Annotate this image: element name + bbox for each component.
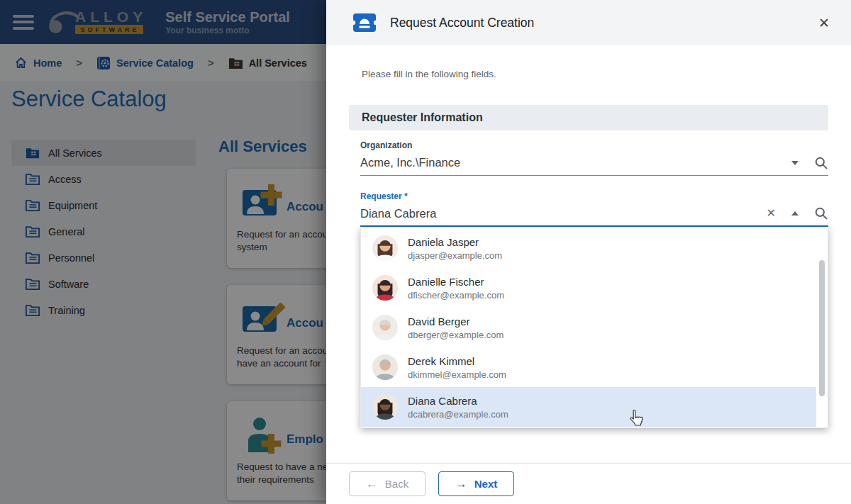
dropdown-item-diana-cabrera[interactable]: Diana Cabrera dcabrera@example.com [361, 387, 816, 427]
avatar [372, 393, 399, 420]
requester-field: Requester * Diana Cabrera ✕ [360, 191, 828, 227]
person-email: djasper@example.com [408, 250, 502, 262]
screen: ALLOY SOFTWARE Self Service Portal Your … [0, 0, 851, 504]
dropdown-item-daniela-jasper[interactable]: Daniela Jasper djasper@example.com [361, 228, 816, 268]
next-button-label: Next [474, 478, 498, 490]
search-icon [814, 206, 828, 220]
chevron-up-icon[interactable] [791, 211, 799, 215]
search-icon [814, 156, 828, 170]
person-name: Daniela Jasper [408, 235, 502, 250]
dialog-title: Request Account Creation [390, 16, 534, 30]
requester-search-button[interactable] [814, 206, 828, 220]
request-wizard-icon [352, 12, 377, 33]
organization-field: Organization Acme, Inc.\Finance [360, 140, 828, 176]
chevron-down-icon[interactable] [791, 161, 799, 165]
avatar [372, 235, 399, 262]
person-name: David Berger [408, 315, 504, 329]
requester-dropdown-list: Daniela Jasper djasper@example.com [360, 228, 828, 428]
arrow-right-icon: → [455, 478, 467, 490]
arrow-left-icon: ← [366, 478, 378, 490]
requester-input[interactable]: Diana Cabrera [360, 207, 767, 220]
dropdown-item-david-berger[interactable]: David Berger dberger@example.com [361, 308, 816, 347]
back-button-label: Back [385, 478, 408, 490]
clear-icon[interactable]: ✕ [767, 208, 776, 219]
organization-label: Organization [360, 140, 828, 150]
person-email: dfischer@example.com [408, 289, 504, 301]
dropdown-scrollbar[interactable] [819, 260, 825, 396]
dialog-footer: ← Back → Next [326, 463, 851, 504]
next-button[interactable]: → Next [438, 471, 514, 496]
person-email: dkimmel@example.com [408, 369, 506, 381]
back-button[interactable]: ← Back [349, 471, 425, 496]
section-header-requester-information: Requester Information [349, 105, 828, 130]
avatar [372, 314, 399, 341]
organization-search-button[interactable] [814, 156, 828, 170]
requester-label: Requester * [360, 191, 828, 201]
close-icon[interactable]: ✕ [818, 16, 830, 30]
avatar [372, 354, 399, 381]
dialog-intro-text: Please fill in the following fields. [362, 69, 496, 79]
person-name: Danielle Fischer [408, 275, 504, 289]
dialog-header: Request Account Creation ✕ [326, 0, 851, 45]
person-email: dcabrera@example.com [408, 408, 508, 420]
request-account-creation-dialog: Request Account Creation ✕ Please fill i… [326, 0, 851, 504]
person-email: dberger@example.com [408, 329, 504, 341]
organization-input[interactable]: Acme, Inc.\Finance [360, 156, 791, 169]
dropdown-item-derek-kimmel[interactable]: Derek Kimmel dkimmel@example.com [361, 347, 816, 387]
dropdown-item-danielle-fischer[interactable]: Danielle Fischer dfischer@example.com [361, 268, 816, 308]
person-name: Derek Kimmel [408, 354, 506, 369]
person-name: Diana Cabrera [408, 394, 508, 408]
avatar [372, 274, 399, 301]
